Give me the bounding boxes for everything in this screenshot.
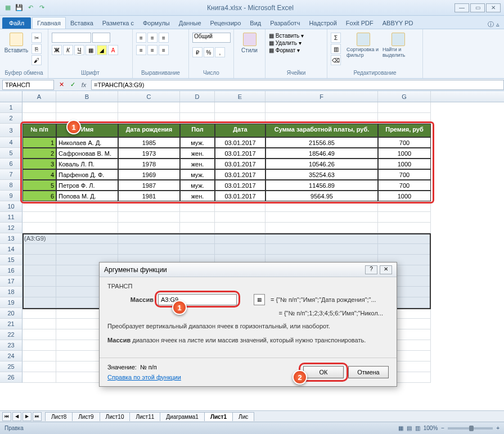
fill-icon[interactable]: ▥ bbox=[331, 44, 341, 54]
align-top-icon[interactable]: ≡ bbox=[136, 33, 146, 43]
zoom-out-button[interactable]: − bbox=[441, 425, 444, 431]
table-cell[interactable]: 03.01.2017 bbox=[215, 169, 266, 180]
formula-input[interactable] bbox=[91, 80, 504, 90]
table-cell[interactable]: 03.01.2017 bbox=[215, 180, 266, 191]
table-cell[interactable]: жен. bbox=[180, 191, 215, 201]
row-header[interactable]: 7 bbox=[0, 169, 22, 180]
table-cell[interactable]: 18546.49 bbox=[266, 148, 378, 159]
bold-button[interactable]: Ж bbox=[52, 45, 62, 55]
underline-button[interactable]: Ч bbox=[74, 45, 84, 55]
col-header-d[interactable]: D bbox=[180, 91, 215, 102]
array-argument-input[interactable] bbox=[158, 294, 237, 305]
table-cell[interactable]: муж. bbox=[180, 169, 215, 180]
table-cell[interactable]: 1000 bbox=[378, 191, 431, 201]
sheet-tab[interactable]: Лист9 bbox=[72, 412, 100, 421]
table-cell[interactable]: 1 bbox=[22, 137, 56, 148]
row-header[interactable]: 16 bbox=[0, 265, 22, 276]
table-cell[interactable]: Коваль Л. П. bbox=[56, 159, 118, 169]
col-header-c[interactable]: C bbox=[118, 91, 180, 102]
table-cell[interactable]: 9564.95 bbox=[266, 191, 378, 201]
delete-cells-button[interactable]: ▦ Удалить ▾ bbox=[269, 40, 302, 46]
col-header-b[interactable]: B bbox=[56, 91, 118, 102]
percent-icon[interactable]: % bbox=[204, 47, 214, 57]
table-cell[interactable]: жен. bbox=[180, 148, 215, 159]
table-cell[interactable]: Парфенов Д. Ф. bbox=[56, 169, 118, 180]
col-header-g[interactable]: G bbox=[378, 91, 431, 102]
table-cell[interactable]: 6 bbox=[22, 191, 56, 201]
sheet-nav-prev[interactable]: ◀ bbox=[12, 412, 21, 421]
row-header[interactable]: 15 bbox=[0, 255, 22, 265]
help-icon[interactable]: ⓘ bbox=[488, 20, 494, 29]
row-header[interactable]: 6 bbox=[0, 159, 22, 169]
tab-formulas[interactable]: Формулы bbox=[138, 17, 174, 29]
table-header[interactable]: Пол bbox=[180, 124, 215, 137]
copy-icon[interactable]: ⎘ bbox=[32, 44, 42, 54]
table-cell[interactable]: 1987 bbox=[118, 180, 180, 191]
table-header[interactable]: Премия, руб bbox=[378, 124, 431, 137]
table-cell[interactable]: 700 bbox=[378, 180, 431, 191]
find-select-button[interactable]: Найти и выделить bbox=[382, 33, 414, 58]
range-picker-button[interactable]: ▦ bbox=[254, 294, 265, 305]
table-cell[interactable]: Сафроновав В. М. bbox=[56, 148, 118, 159]
table-header[interactable]: Имя bbox=[56, 124, 118, 137]
cut-icon[interactable]: ✂ bbox=[32, 33, 42, 43]
format-cells-button[interactable]: ▦ Формат ▾ bbox=[269, 47, 300, 53]
font-family-select[interactable] bbox=[52, 33, 91, 43]
align-bottom-icon[interactable]: ≡ bbox=[159, 33, 169, 43]
sheet-tab[interactable]: Лист11 bbox=[129, 412, 160, 421]
sheet-nav-next[interactable]: ▶ bbox=[22, 412, 32, 421]
table-cell[interactable]: Попова М. Д. bbox=[56, 191, 118, 201]
comma-icon[interactable]: , bbox=[215, 47, 225, 57]
table-cell[interactable]: 4 bbox=[22, 169, 56, 180]
table-cell[interactable]: 1981 bbox=[118, 191, 180, 201]
table-cell[interactable]: 1000 bbox=[378, 148, 431, 159]
clear-icon[interactable]: ⌫ bbox=[331, 55, 341, 65]
row-header[interactable]: 24 bbox=[0, 351, 22, 361]
row-header[interactable]: 3 bbox=[0, 124, 22, 137]
row-header[interactable]: 19 bbox=[0, 297, 22, 308]
styles-button[interactable]: Стили bbox=[237, 33, 262, 53]
sheet-tab[interactable]: Диаграмма1 bbox=[160, 412, 205, 421]
font-size-select[interactable] bbox=[92, 33, 110, 43]
table-cell[interactable]: 11456.89 bbox=[266, 180, 378, 191]
row-header[interactable]: 8 bbox=[0, 180, 22, 191]
view-layout-icon[interactable]: ▤ bbox=[407, 425, 412, 431]
row-header[interactable]: 12 bbox=[0, 223, 22, 233]
dialog-help-button[interactable]: ? bbox=[365, 265, 377, 274]
tab-view[interactable]: Вид bbox=[245, 17, 266, 29]
align-left-icon[interactable]: ≡ bbox=[136, 45, 146, 55]
redo-icon[interactable]: ↷ bbox=[37, 3, 46, 12]
table-cell[interactable]: 35254.63 bbox=[266, 169, 378, 180]
table-cell[interactable]: муж. bbox=[180, 180, 215, 191]
paste-button[interactable]: Вставить bbox=[3, 33, 29, 53]
table-cell[interactable]: 1000 bbox=[378, 159, 431, 169]
view-pagebreak-icon[interactable]: ▥ bbox=[415, 425, 420, 431]
table-cell[interactable]: 03.01.2017 bbox=[215, 137, 266, 148]
border-button[interactable]: ▦ bbox=[86, 45, 96, 55]
undo-icon[interactable]: ↶ bbox=[26, 3, 35, 12]
insert-cells-button[interactable]: ▦ Вставить ▾ bbox=[269, 33, 304, 39]
italic-button[interactable]: К bbox=[63, 45, 73, 55]
number-format-select[interactable]: Общий bbox=[192, 33, 231, 43]
row-header[interactable]: 25 bbox=[0, 361, 22, 372]
tab-home[interactable]: Главная bbox=[32, 17, 66, 29]
save-icon[interactable]: 💾 bbox=[15, 3, 24, 12]
align-middle-icon[interactable]: ≡ bbox=[147, 33, 158, 43]
table-header[interactable]: Дата bbox=[215, 124, 266, 137]
table-cell[interactable]: 03.01.2017 bbox=[215, 159, 266, 169]
format-painter-icon[interactable]: 🖌 bbox=[32, 55, 42, 65]
zoom-level[interactable]: 100% bbox=[424, 425, 438, 431]
row-header[interactable]: 23 bbox=[0, 340, 22, 351]
sheet-nav-first[interactable]: ⏮ bbox=[2, 412, 11, 421]
tab-foxit[interactable]: Foxit PDF bbox=[341, 17, 378, 29]
help-link[interactable]: Справка по этой функции bbox=[107, 374, 181, 381]
col-header-f[interactable]: F bbox=[266, 91, 378, 102]
table-cell[interactable]: 2 bbox=[22, 148, 56, 159]
table-cell[interactable]: жен. bbox=[180, 159, 215, 169]
align-right-icon[interactable]: ≡ bbox=[159, 45, 169, 55]
row-header[interactable]: 2 bbox=[0, 113, 22, 124]
row-header[interactable]: 4 bbox=[0, 137, 22, 148]
row-header[interactable]: 17 bbox=[0, 276, 22, 287]
dialog-titlebar[interactable]: Аргументы функции ? ✕ bbox=[100, 263, 397, 277]
minimize-ribbon-icon[interactable]: ▵ bbox=[496, 21, 500, 28]
